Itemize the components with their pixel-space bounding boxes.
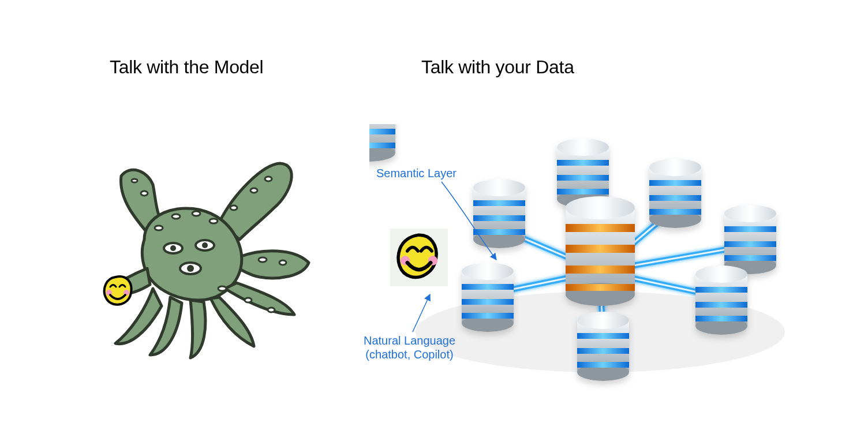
database-node [695, 266, 747, 335]
arrow-nl-to-mask [407, 289, 442, 335]
svg-point-9 [218, 286, 226, 291]
annotation-natural-language: Natural Language (chatbot, Copilot) [364, 334, 455, 361]
annotation-semantic-layer: Semantic Layer [376, 166, 457, 180]
diagram-stage: Talk with the Model Talk with your Data [0, 0, 868, 430]
svg-point-18 [202, 242, 208, 248]
svg-point-7 [259, 257, 267, 262]
svg-point-3 [209, 219, 218, 223]
svg-rect-42 [369, 143, 395, 148]
svg-point-10 [245, 298, 252, 302]
arrow-semantic-to-hub [439, 179, 502, 266]
svg-point-12 [141, 191, 148, 196]
svg-rect-41 [369, 129, 395, 134]
svg-point-19 [187, 265, 194, 272]
svg-point-2 [192, 211, 200, 216]
annotation-nl-line2: (chatbot, Copilot) [365, 348, 453, 361]
svg-point-13 [132, 179, 137, 182]
svg-rect-47 [566, 245, 635, 253]
database-node [724, 205, 776, 274]
smiley-mask-small [104, 276, 132, 305]
database-hub [566, 196, 635, 306]
svg-point-1 [172, 214, 180, 219]
database-node [462, 263, 514, 332]
shoggoth-svg [89, 153, 320, 361]
heading-left: Talk with the Model [110, 57, 263, 78]
shoggoth-illustration [89, 153, 320, 361]
svg-point-0 [155, 226, 163, 230]
svg-rect-46 [566, 224, 635, 232]
heading-right: Talk with your Data [421, 57, 574, 78]
svg-rect-49 [566, 284, 635, 291]
annotation-nl-line1: Natural Language [364, 334, 455, 347]
svg-point-44 [566, 196, 635, 219]
svg-point-4 [230, 205, 237, 210]
svg-point-8 [279, 260, 286, 265]
svg-point-17 [170, 245, 176, 251]
database-node [577, 312, 629, 381]
database-node [649, 159, 701, 228]
svg-point-5 [250, 188, 257, 193]
svg-rect-48 [566, 266, 635, 274]
svg-point-11 [268, 308, 275, 312]
svg-point-6 [265, 177, 272, 181]
